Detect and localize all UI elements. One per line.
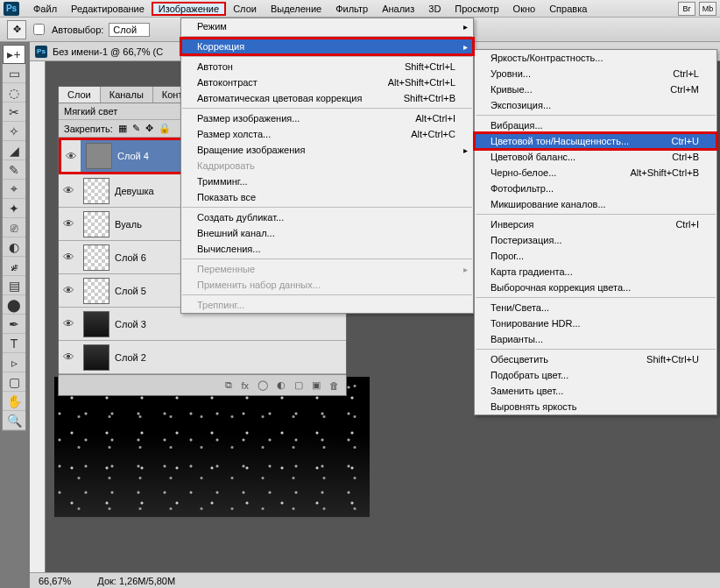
visibility-icon[interactable]: 👁 — [59, 351, 78, 364]
menu-справка[interactable]: Справка — [542, 2, 594, 16]
menuitem[interactable]: ОбесцветитьShift+Ctrl+U — [475, 351, 716, 367]
menuitem[interactable]: Цветовой тон/Насыщенность...Ctrl+U — [475, 133, 716, 149]
tab-слои[interactable]: Слои — [59, 87, 101, 103]
blend-mode-dropdown[interactable]: Мягкий свет — [64, 106, 169, 117]
tool-14[interactable]: ✒ — [3, 315, 25, 334]
menu-окно[interactable]: Окно — [506, 2, 543, 16]
autoselect-checkbox[interactable] — [33, 24, 45, 35]
layer-name[interactable]: Слой 5 — [115, 286, 146, 296]
mask-icon[interactable]: ◯ — [258, 379, 268, 391]
menuitem[interactable]: Заменить цвет... — [475, 383, 716, 399]
tool-13[interactable]: ⬤ — [3, 295, 25, 315]
menuitem[interactable]: Тримминг... — [181, 174, 473, 189]
menuitem[interactable]: Тени/Света... — [475, 300, 716, 315]
layer-name[interactable]: Девушка — [115, 186, 154, 196]
tool-11[interactable]: ⸙ — [3, 257, 25, 276]
visibility-icon[interactable]: 👁 — [59, 184, 78, 197]
lock-position-icon[interactable]: ✥ — [145, 123, 153, 134]
menuitem[interactable]: Постеризация... — [475, 232, 716, 248]
menuitem[interactable]: Автоматическая цветовая коррекцияShift+C… — [181, 90, 473, 106]
layer-thumbnail[interactable] — [83, 344, 109, 371]
layer-thumbnail[interactable] — [83, 278, 109, 304]
menu-изображение[interactable]: Изображение — [152, 2, 226, 16]
tool-1[interactable]: ▭ — [3, 64, 25, 83]
menuitem[interactable]: Создать дубликат... — [181, 209, 473, 225]
menuitem[interactable]: Фотофильтр... — [475, 181, 716, 196]
tool-6[interactable]: ✎ — [3, 160, 25, 180]
menuitem[interactable]: Размер холста...Alt+Ctrl+C — [181, 126, 473, 142]
menuitem[interactable]: Подобрать цвет... — [475, 367, 716, 383]
lock-all-icon[interactable]: 🔒 — [159, 123, 171, 134]
tool-4[interactable]: ✧ — [3, 122, 25, 141]
menuitem[interactable]: АвтоконтрастAlt+Shift+Ctrl+L — [181, 74, 473, 90]
menuitem[interactable]: Внешний канал... — [181, 225, 473, 241]
tool-0[interactable]: ▸+ — [3, 45, 25, 64]
menuitem[interactable]: Уровни...Ctrl+L — [475, 66, 716, 81]
zoom-level[interactable]: 66,67% — [39, 576, 71, 586]
layer-thumbnail[interactable] — [86, 143, 112, 169]
layer-thumbnail[interactable] — [83, 311, 109, 337]
menuitem[interactable]: ИнверсияCtrl+I — [475, 216, 716, 232]
menuitem[interactable]: Вибрация... — [475, 117, 716, 133]
autoselect-dropdown[interactable]: Слой — [109, 23, 150, 37]
layer-thumbnail[interactable] — [83, 178, 109, 204]
layer-thumbnail[interactable] — [83, 244, 109, 271]
mb-icon[interactable]: Mb — [699, 2, 716, 16]
tool-8[interactable]: ✦ — [3, 199, 25, 218]
menu-файл[interactable]: Файл — [26, 2, 64, 16]
menu-фильтр[interactable]: Фильтр — [328, 2, 375, 16]
layer-name[interactable]: Слой 4 — [117, 151, 149, 161]
menuitem[interactable]: Коррекция — [181, 39, 473, 54]
tab-каналы[interactable]: Каналы — [101, 87, 153, 103]
tool-15[interactable]: T — [3, 334, 25, 353]
menu-просмотр[interactable]: Просмотр — [448, 2, 505, 16]
layer-row[interactable]: 👁Слой 2 — [59, 341, 346, 374]
tool-16[interactable]: ▹ — [3, 353, 25, 372]
visibility-icon[interactable]: 👁 — [59, 317, 78, 330]
menuitem[interactable]: Черно-белое...Alt+Shift+Ctrl+B — [475, 165, 716, 181]
menuitem[interactable]: Кривые...Ctrl+M — [475, 81, 716, 97]
tool-7[interactable]: ⌖ — [3, 180, 25, 199]
menuitem[interactable]: Микширование каналов... — [475, 196, 716, 212]
menu-слои[interactable]: Слои — [226, 2, 264, 16]
menuitem[interactable]: Показать все — [181, 189, 473, 205]
menu-выделение[interactable]: Выделение — [264, 2, 328, 16]
tool-2[interactable]: ◌ — [3, 83, 25, 103]
lock-transparent-icon[interactable]: ▦ — [118, 123, 127, 134]
tool-3[interactable]: ✂ — [3, 103, 25, 122]
lock-pixels-icon[interactable]: ✎ — [132, 123, 140, 134]
tool-10[interactable]: ◐ — [3, 237, 25, 257]
menu-3d[interactable]: 3D — [421, 2, 448, 16]
menuitem[interactable]: АвтотонShift+Ctrl+L — [181, 59, 473, 74]
visibility-icon[interactable]: 👁 — [59, 284, 78, 297]
tool-9[interactable]: ⎚ — [3, 218, 25, 237]
menuitem[interactable]: Варианты... — [475, 331, 716, 347]
menuitem[interactable]: Порог... — [475, 248, 716, 264]
layer-name[interactable]: Слой 6 — [115, 252, 146, 263]
visibility-icon[interactable]: 👁 — [59, 251, 78, 264]
menuitem[interactable]: Вращение изображения — [181, 142, 473, 158]
menuitem[interactable]: Цветовой баланс...Ctrl+B — [475, 149, 716, 165]
tool-18[interactable]: ✋ — [3, 392, 25, 411]
menuitem[interactable]: Режим — [181, 18, 473, 34]
bridge-icon[interactable]: Br — [678, 2, 695, 16]
link-layers-icon[interactable]: ⧉ — [225, 379, 232, 391]
menuitem[interactable]: Размер изображения...Alt+Ctrl+I — [181, 110, 473, 126]
tool-17[interactable]: ▢ — [3, 372, 25, 392]
move-tool-icon[interactable]: ✥ — [7, 20, 26, 39]
delete-icon[interactable]: 🗑 — [329, 380, 339, 391]
menuitem[interactable]: Яркость/Контрастность... — [475, 50, 716, 66]
menu-анализ[interactable]: Анализ — [375, 2, 421, 16]
layer-name[interactable]: Вуаль — [115, 219, 142, 230]
menuitem[interactable]: Карта градиента... — [475, 264, 716, 280]
layer-name[interactable]: Слой 3 — [115, 319, 146, 329]
menuitem[interactable]: Тонирование HDR... — [475, 315, 716, 331]
menu-редактирование[interactable]: Редактирование — [64, 2, 152, 16]
layer-name[interactable]: Слой 2 — [115, 352, 146, 363]
visibility-icon[interactable]: 👁 — [61, 140, 81, 172]
tool-5[interactable]: ◢ — [3, 141, 25, 160]
tool-19[interactable]: 🔍 — [3, 411, 25, 430]
adjustment-icon[interactable]: ◐ — [277, 379, 286, 391]
menuitem[interactable]: Выровнять яркость — [475, 399, 716, 414]
group-icon[interactable]: ▢ — [294, 379, 303, 391]
